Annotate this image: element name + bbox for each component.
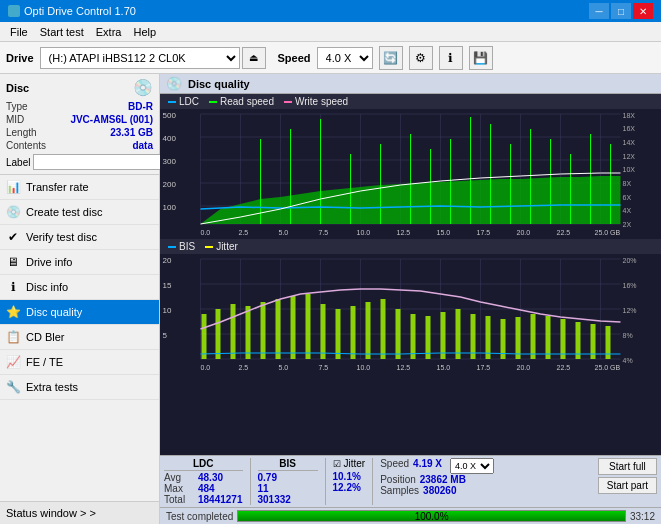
stats-bar: LDC Avg 48.30 Max 484 Total 18441271 BIS [160,455,661,507]
refresh-button[interactable]: 🔄 [379,46,403,70]
svg-rect-116 [486,316,491,359]
svg-text:14X: 14X [623,139,636,146]
verify-test-disc-label: Verify test disc [26,231,97,243]
fe-te-icon: 📈 [6,355,20,369]
svg-text:12X: 12X [623,153,636,160]
minimize-button[interactable]: ─ [589,3,609,19]
menu-help[interactable]: Help [127,25,162,39]
start-full-button[interactable]: Start full [598,458,657,475]
total-label: Total [164,494,194,505]
length-label: Length [6,127,37,138]
app-title: Opti Drive Control 1.70 [24,5,136,17]
sidebar-item-disc-quality[interactable]: ⭐ Disc quality [0,300,159,325]
jitter-legend-label: Jitter [216,241,238,252]
svg-text:17.5: 17.5 [477,229,491,236]
cd-bler-icon: 📋 [6,330,20,344]
ldc-avg: 48.30 [198,472,223,483]
start-part-button[interactable]: Start part [598,477,657,494]
settings-button[interactable]: ⚙ [409,46,433,70]
disc-type-row: Type BD-R [6,101,153,112]
max-label: Max [164,483,194,494]
eject-button[interactable]: ⏏ [242,47,266,69]
svg-text:20%: 20% [623,257,637,264]
create-test-disc-icon: 💿 [6,205,20,219]
svg-rect-110 [396,309,401,359]
svg-text:15: 15 [163,281,172,290]
svg-text:20: 20 [163,256,172,265]
svg-rect-108 [366,302,371,359]
save-button[interactable]: 💾 [469,46,493,70]
progress-bar: 100.0% [237,510,626,522]
svg-rect-102 [276,299,281,359]
disc-info-icon: ℹ [6,280,20,294]
ldc-total: 18441271 [198,494,243,505]
transfer-rate-icon: 📊 [6,180,20,194]
menu-file[interactable]: File [4,25,34,39]
speed-setting-select[interactable]: 4.0 X [450,458,494,474]
svg-text:12.5: 12.5 [397,229,411,236]
divider-2 [325,458,326,505]
sidebar-item-create-test-disc[interactable]: 💿 Create test disc [0,200,159,225]
svg-text:16%: 16% [623,282,637,289]
svg-text:10: 10 [163,306,172,315]
sidebar-item-transfer-rate[interactable]: 📊 Transfer rate [0,175,159,200]
sidebar-item-cd-bler[interactable]: 📋 CD Bler [0,325,159,350]
svg-text:7.5: 7.5 [319,364,329,371]
samples-label: Samples [380,485,419,496]
svg-text:100: 100 [163,203,177,212]
sidebar-item-disc-info[interactable]: ℹ Disc info [0,275,159,300]
sidebar-item-drive-info[interactable]: 🖥 Drive info [0,250,159,275]
nav-items: 📊 Transfer rate 💿 Create test disc ✔ Ver… [0,175,159,501]
bis-legend-color [168,246,176,248]
svg-text:5.0: 5.0 [279,229,289,236]
sidebar-item-verify-test-disc[interactable]: ✔ Verify test disc [0,225,159,250]
sidebar-item-fe-te[interactable]: 📈 FE / TE [0,350,159,375]
disc-contents-row: Contents data [6,140,153,151]
status-window-button[interactable]: Status window > > [0,501,159,524]
svg-rect-122 [576,322,581,359]
avg-label: Avg [164,472,194,483]
svg-rect-98 [216,309,221,359]
svg-rect-115 [471,314,476,359]
read-legend-color [209,101,217,103]
svg-text:4%: 4% [623,357,633,364]
maximize-button[interactable]: □ [611,3,631,19]
label-input[interactable] [33,154,166,170]
extra-tests-label: Extra tests [26,381,78,393]
disc-panel-title: Disc [6,82,29,94]
bis-header: BIS [258,458,318,471]
ldc-legend-label: LDC [179,96,199,107]
transfer-rate-label: Transfer rate [26,181,89,193]
disc-icon: 💿 [133,78,153,97]
mid-label: MID [6,114,24,125]
menu-start-test[interactable]: Start test [34,25,90,39]
svg-text:5: 5 [163,331,168,340]
svg-text:8X: 8X [623,180,632,187]
drive-select[interactable]: (H:) ATAPI iHBS112 2 CL0K [40,47,240,69]
close-button[interactable]: ✕ [633,3,653,19]
sidebar: Disc 💿 Type BD-R MID JVC-AMS6L (001) Len… [0,74,160,524]
menu-extra[interactable]: Extra [90,25,128,39]
svg-text:2X: 2X [623,221,632,228]
toolbar: Drive (H:) ATAPI iHBS112 2 CL0K ⏏ Speed … [0,42,661,74]
divider-3 [372,458,373,505]
info-button[interactable]: ℹ [439,46,463,70]
jitter-header-label: Jitter [344,458,366,469]
svg-rect-114 [456,309,461,359]
cd-bler-label: CD Bler [26,331,65,343]
svg-rect-119 [531,314,536,359]
svg-rect-107 [351,306,356,359]
sidebar-item-extra-tests[interactable]: 🔧 Extra tests [0,375,159,400]
elapsed-time: 33:12 [630,511,655,522]
speed-select[interactable]: 4.0 X [317,47,373,69]
ldc-header: LDC [164,458,243,471]
svg-text:2.5: 2.5 [239,229,249,236]
svg-rect-100 [246,306,251,359]
jitter-checkbox[interactable]: ☑ [333,459,341,469]
bis-legend-label: BIS [179,241,195,252]
bottom-legend: BIS Jitter [160,239,661,254]
main-layout: Disc 💿 Type BD-R MID JVC-AMS6L (001) Len… [0,74,661,524]
svg-text:10.0: 10.0 [357,364,371,371]
svg-text:300: 300 [163,157,177,166]
bis-total: 301332 [258,494,291,505]
